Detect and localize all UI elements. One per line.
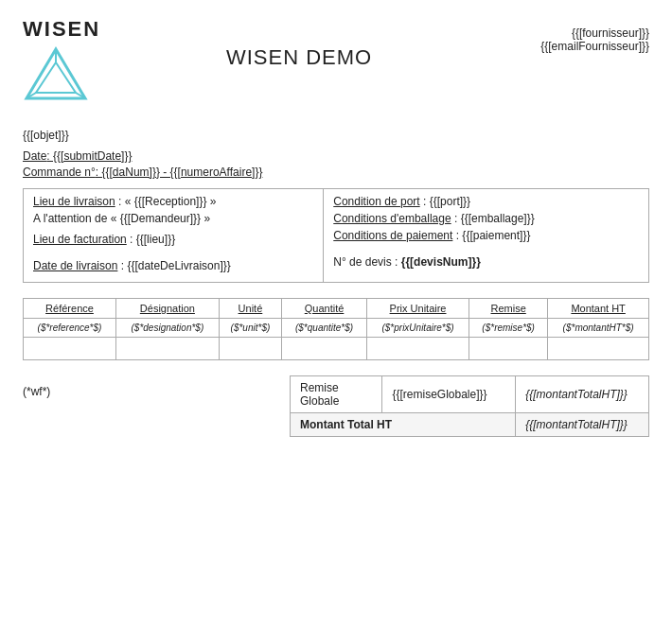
demo-title: WISEN DEMO (100, 45, 498, 70)
logo-area: WISEN (23, 17, 100, 102)
emballage-value: : {{[emballage]}} (454, 212, 535, 225)
montant-total-ht-top: {{[montantTotalHT]}} (516, 376, 649, 413)
cell-prix-unitaire (367, 338, 469, 360)
info-section: {{[objet]}} Date: {{[submitDate]}} Comma… (23, 129, 649, 179)
supplier-area: {{[fournisseur]}} {{[emailFournisseur]}} (498, 17, 649, 53)
details-right-inner: Condition de port : {{[port]}} Condition… (333, 195, 639, 269)
facturation-value: : {{[lieu]}} (130, 233, 175, 246)
devis-line: N° de devis : {{[devisNum]}} (333, 255, 639, 269)
date-livraison-line: Date de livraison : {{[dateDeLivraison]}… (33, 259, 313, 272)
details-table: Lieu de livraison : « {{[Reception]}} » … (23, 188, 649, 283)
logo-text: WISEN (23, 17, 100, 42)
port-value: : {{[port]}} (423, 195, 470, 208)
date-line: Date: {{[submitDate]}} (23, 149, 649, 163)
paiement-label: Conditions de paiement (333, 229, 452, 242)
objet-line: {{[objet]}} (23, 129, 649, 142)
sub-reference: ($*reference*$) (24, 319, 116, 338)
paiement-value: : {{[paiement]}} (456, 229, 531, 242)
details-right-cell: Condition de port : {{[port]}} Condition… (324, 189, 649, 283)
sub-quantite: ($*quantite*$) (282, 319, 367, 338)
cell-montant-ht (548, 338, 649, 360)
emballage-label: Conditions d'emballage (333, 212, 451, 225)
livraison-label: Lieu de livraison (33, 195, 115, 208)
sub-unite: ($*unit*$) (219, 319, 281, 338)
commande-label: Commande n° (23, 166, 96, 179)
attention-label: A l'attention de (33, 212, 107, 225)
emballage-line: Conditions d'emballage : {{[emballage]}} (333, 212, 639, 225)
remise-globale-label: Remise Globale (291, 376, 382, 413)
col-prix-unitaire: Prix Unitaire (367, 299, 469, 319)
products-header-row: Référence Désignation Unité Quantité Pri… (24, 299, 649, 319)
table-row (24, 338, 649, 360)
facturation-label: Lieu de facturation (33, 233, 127, 246)
objet-value: {{[objet]}} (23, 129, 69, 142)
cell-remise (469, 338, 548, 360)
supplier-email: {{[emailFournisseur]}} (498, 40, 649, 53)
date-livraison-label: Date de livraison (33, 259, 117, 272)
totals-table: Remise Globale {{[remiseGlobale]}} {{[mo… (290, 375, 649, 437)
port-label: Condition de port (333, 195, 419, 208)
col-unite: Unité (219, 299, 281, 319)
commande-value: : {{[daNum]}} - {{[numeroAffaire]}} (96, 166, 263, 179)
montant-total-ht-row: Montant Total HT {{[montantTotalHT]}} (291, 413, 649, 437)
remise-globale-row: Remise Globale {{[remiseGlobale]}} {{[mo… (291, 376, 649, 413)
devis-value: {{[devisNum]}} (401, 255, 481, 269)
paiement-line: Conditions de paiement : {{[paiement]}} (333, 229, 639, 242)
supplier-name: {{[fournisseur]}} (498, 26, 649, 40)
devis-label: N° de devis (333, 255, 392, 269)
products-subheader-row: ($*reference*$) ($*designation*$) ($*uni… (24, 319, 649, 338)
attention-value: « {{[Demandeur]}} » (111, 212, 210, 225)
cell-designation (115, 338, 219, 360)
col-reference: Référence (24, 299, 116, 319)
details-left-inner: Lieu de livraison : « {{[Reception]}} » … (33, 195, 313, 272)
products-table: Référence Désignation Unité Quantité Pri… (23, 298, 649, 360)
facturation-line: Lieu de facturation : {{[lieu]}} (33, 233, 313, 246)
logo-icon (23, 45, 89, 102)
livraison-value: : « {{[Reception]}} » (118, 195, 216, 208)
sub-prix-unitaire: ($*prixUnitaire*$) (367, 319, 469, 338)
details-left-cell: Lieu de livraison : « {{[Reception]}} » … (24, 189, 324, 283)
cell-unite (219, 338, 281, 360)
date-value: : {{[submitDate]}} (46, 149, 132, 163)
col-remise: Remise (469, 299, 548, 319)
remise-globale-value: {{[remiseGlobale]}} (382, 376, 516, 413)
port-line: Condition de port : {{[port]}} (333, 195, 639, 208)
header: WISEN WISEN DEMO {{[fournisseur]}} {{[em… (23, 17, 649, 102)
cell-quantite (282, 338, 367, 360)
montant-total-ht-value: {{[montantTotalHT]}} (516, 413, 649, 437)
sub-remise: ($*remise*$) (469, 319, 548, 338)
footer-area: (*wf*) Remise Globale {{[remiseGlobale]}… (23, 375, 649, 437)
devis-separator: : (395, 255, 401, 269)
col-quantite: Quantité (282, 299, 367, 319)
header-title-area: WISEN DEMO (100, 17, 498, 70)
attention-line: A l'attention de « {{[Demandeur]}} » (33, 212, 313, 225)
footer-left: (*wf*) (23, 375, 50, 398)
col-designation: Désignation (115, 299, 219, 319)
date-livraison-value: : {{[dateDeLivraison]}} (121, 259, 231, 272)
date-label: Date (23, 149, 46, 163)
commande-line: Commande n°: {{[daNum]}} - {{[numeroAffa… (23, 166, 649, 179)
cell-reference (24, 338, 116, 360)
livraison-line: Lieu de livraison : « {{[Reception]}} » (33, 195, 313, 208)
sub-designation: ($*designation*$) (115, 319, 219, 338)
svg-marker-1 (36, 62, 76, 93)
wf-label: (*wf*) (23, 385, 50, 398)
montant-total-ht-label: Montant Total HT (291, 413, 516, 437)
sub-montant-ht: ($*montantHT*$) (548, 319, 649, 338)
col-montant-ht: Montant HT (548, 299, 649, 319)
